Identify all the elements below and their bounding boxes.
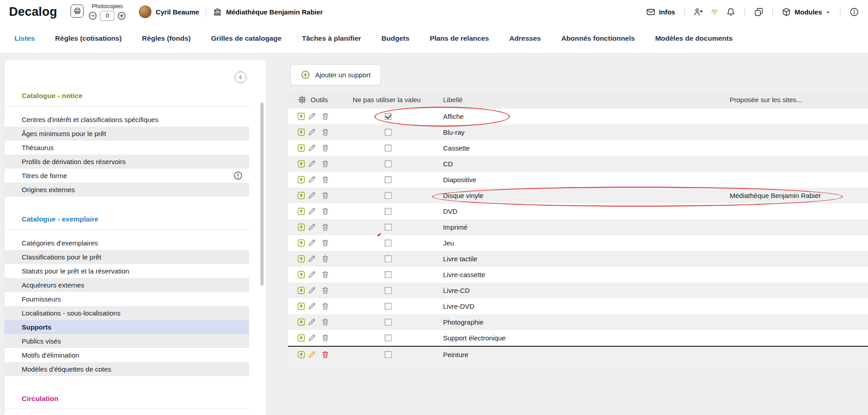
notifications-bell-icon[interactable]	[726, 7, 736, 17]
edit-icon[interactable]	[307, 239, 316, 247]
edit-icon[interactable]	[307, 144, 316, 152]
delete-icon[interactable]	[321, 144, 330, 152]
tab-regles-fonds[interactable]: Règles (fonds)	[142, 34, 191, 42]
sidebar-scrollbar[interactable]	[260, 103, 264, 286]
ne-pas-utiliser-checkbox[interactable]	[385, 176, 392, 183]
sidebar-item-acquereurs-externes[interactable]: Acquéreurs externes	[5, 278, 249, 292]
edit-icon[interactable]	[307, 191, 316, 200]
bookmark-add-icon[interactable]	[297, 112, 306, 121]
sidebar-item-modeles-etiquettes[interactable]: Modèles d'étiquettes de cotes	[5, 362, 249, 376]
delete-icon[interactable]	[321, 334, 330, 342]
ne-pas-utiliser-checkbox[interactable]	[385, 271, 392, 278]
delete-icon[interactable]	[321, 112, 330, 121]
tab-regles-cotisations[interactable]: Règles (cotisations)	[55, 34, 122, 42]
bookmark-add-icon[interactable]	[297, 302, 306, 311]
tab-taches-a-planifier[interactable]: Tâches à planifier	[302, 34, 361, 42]
delete-icon[interactable]	[321, 160, 330, 168]
edit-icon[interactable]	[307, 207, 316, 216]
tab-modeles-de-documents[interactable]: Modèles de documents	[655, 34, 732, 42]
edit-icon[interactable]	[307, 175, 316, 184]
delete-icon[interactable]	[321, 318, 330, 326]
rfid-beacon-icon[interactable]	[710, 7, 719, 17]
help-info-icon[interactable]	[849, 7, 859, 17]
user-menu[interactable]: Cyril Beaume	[139, 5, 199, 18]
user-export-icon[interactable]	[693, 7, 703, 17]
edit-icon[interactable]	[307, 302, 316, 311]
ne-pas-utiliser-checkbox[interactable]	[385, 303, 392, 310]
bookmark-add-icon[interactable]	[297, 207, 306, 216]
library-selector[interactable]: Médiathèque Benjamin Rabier	[213, 7, 323, 16]
edit-icon[interactable]	[307, 334, 316, 342]
edit-icon[interactable]	[307, 112, 316, 121]
bookmark-add-icon[interactable]	[297, 144, 306, 152]
edit-icon[interactable]	[307, 318, 316, 326]
delete-icon[interactable]	[321, 286, 330, 295]
bookmark-add-icon[interactable]	[297, 350, 306, 359]
bookmark-add-icon[interactable]	[297, 128, 306, 137]
collapse-sidebar-button[interactable]	[235, 71, 246, 83]
ne-pas-utiliser-checkbox[interactable]	[385, 319, 392, 325]
bookmark-add-icon[interactable]	[297, 318, 306, 326]
ne-pas-utiliser-checkbox[interactable]	[385, 113, 392, 120]
tab-plans-de-relances[interactable]: Plans de relances	[430, 34, 489, 42]
modules-menu[interactable]: Modules	[782, 7, 831, 17]
edit-icon[interactable]	[307, 223, 316, 231]
delete-icon[interactable]	[321, 223, 330, 231]
sidebar-item-thesaurus[interactable]: Thésaurus	[5, 141, 249, 155]
delete-icon[interactable]	[321, 191, 330, 200]
ne-pas-utiliser-checkbox[interactable]	[385, 160, 392, 167]
delete-icon[interactable]	[321, 270, 330, 279]
delete-icon[interactable]	[321, 239, 330, 247]
bookmark-add-icon[interactable]	[297, 223, 306, 231]
bookmark-add-icon[interactable]	[297, 191, 306, 200]
ne-pas-utiliser-checkbox[interactable]	[385, 224, 392, 231]
delete-icon[interactable]	[321, 302, 330, 311]
tab-grilles-catalogage[interactable]: Grilles de catalogage	[211, 34, 282, 42]
ne-pas-utiliser-checkbox[interactable]	[385, 208, 392, 215]
bookmark-add-icon[interactable]	[297, 286, 306, 295]
edit-icon[interactable]	[307, 350, 316, 359]
sidebar-item-supports[interactable]: Supports	[5, 320, 249, 334]
sidebar-item-publics-vises[interactable]: Publics visés	[5, 334, 249, 348]
ne-pas-utiliser-checkbox[interactable]	[385, 129, 392, 136]
ne-pas-utiliser-checkbox[interactable]	[385, 287, 392, 294]
ne-pas-utiliser-checkbox[interactable]	[385, 240, 392, 246]
delete-icon[interactable]	[321, 128, 330, 137]
tab-abonnes-fonctionnels[interactable]: Abonnés fonctionnels	[561, 34, 635, 42]
photocopies-minus-button[interactable]	[88, 11, 97, 20]
sidebar-item-statuts-pret-reservation[interactable]: Statuts pour le prêt et la réservation	[5, 264, 249, 278]
bookmark-add-icon[interactable]	[297, 270, 306, 279]
tab-adresses[interactable]: Adresses	[509, 34, 541, 42]
sidebar-item-localisations[interactable]: Localisations - sous-localisations	[5, 306, 249, 320]
photocopies-plus-button[interactable]	[117, 11, 126, 20]
sidebar-item-fournisseurs[interactable]: Fournisseurs	[5, 292, 249, 306]
ne-pas-utiliser-checkbox[interactable]	[385, 351, 392, 358]
delete-icon[interactable]	[321, 207, 330, 216]
duplicate-window-icon[interactable]	[754, 7, 764, 17]
edit-icon[interactable]	[307, 128, 316, 137]
sidebar-item-classifications-pret[interactable]: Classifications pour le prêt	[5, 250, 249, 264]
delete-icon[interactable]	[321, 175, 330, 184]
ne-pas-utiliser-checkbox[interactable]	[385, 192, 392, 199]
sidebar-item-titres-de-forme[interactable]: Titres de forme	[5, 169, 249, 183]
sidebar-item-ages-minimums[interactable]: Âges minimums pour le prêt	[5, 127, 249, 141]
photocopies-count-input[interactable]	[100, 11, 114, 21]
sidebar-item-categories-exemplaires[interactable]: Catégories d'exemplaires	[5, 236, 249, 250]
ne-pas-utiliser-checkbox[interactable]	[385, 255, 392, 262]
infos-button[interactable]: Infos	[646, 7, 675, 17]
sidebar-item-motifs-elimination[interactable]: Motifs d'élimination	[5, 348, 249, 362]
bookmark-add-icon[interactable]	[297, 160, 306, 168]
tab-listes[interactable]: Listes	[14, 34, 35, 42]
sidebar-item-centres-interet[interactable]: Centres d'intérêt et classifications spé…	[5, 113, 249, 127]
bookmark-add-icon[interactable]	[297, 239, 306, 247]
bookmark-add-icon[interactable]	[297, 334, 306, 342]
edit-icon[interactable]	[307, 286, 316, 295]
delete-icon[interactable]	[321, 255, 330, 263]
ne-pas-utiliser-checkbox[interactable]	[385, 145, 392, 151]
ne-pas-utiliser-checkbox[interactable]	[385, 335, 392, 341]
add-support-button[interactable]: Ajouter un support	[290, 64, 381, 85]
edit-icon[interactable]	[307, 160, 316, 168]
sidebar-item-origines-externes[interactable]: Origines externes	[5, 183, 249, 197]
bookmark-add-icon[interactable]	[297, 255, 306, 263]
sidebar-item-profils-derivation[interactable]: Profils de dérivation des réservoirs	[5, 155, 249, 169]
